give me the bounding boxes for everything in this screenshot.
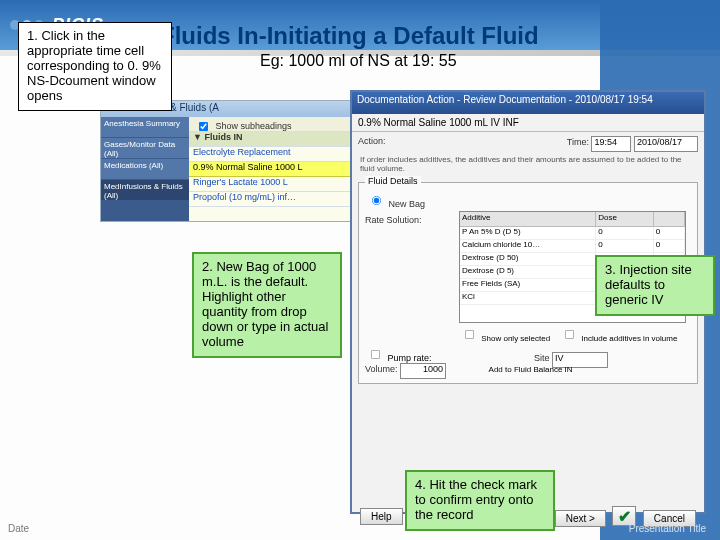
col-dose: Dose (596, 212, 654, 226)
list-item[interactable]: KCl (460, 292, 596, 304)
dialog-titlebar: Documentation Action - Review Documentat… (352, 92, 704, 114)
callout-2-text: 2. New Bag of 1000 m.L. is the default. … (202, 259, 328, 349)
site-label: Site (534, 353, 550, 363)
show-only-selected-checkbox[interactable]: Show only selected (459, 334, 550, 343)
list-item[interactable]: Dextrose (D 50) (460, 253, 596, 265)
list-item[interactable]: Dextrose (D 5) (460, 266, 596, 278)
shot1-chk-label: Show subheadings (216, 121, 292, 131)
list-item[interactable]: Calcium chloride 10… (460, 240, 596, 252)
action-label: Action: (358, 136, 386, 146)
dialog-header: 0.9% Normal Saline 1000 mL IV INF (352, 114, 704, 132)
time-label: Time: (567, 137, 589, 147)
shot1-section: Fluids IN (204, 132, 242, 142)
callout-step-1: 1. Click in the appropriate time cell co… (18, 22, 172, 111)
next-button[interactable]: Next > (555, 510, 606, 527)
shot1-row: Electrolyte Replacement (189, 147, 351, 162)
callout-1-text: 1. Click in the appropriate time cell co… (27, 28, 161, 103)
add-fluid-balance-link[interactable]: Add to Fluid Balance IN (489, 365, 573, 374)
side-item: Gases/Monitor Data (All) (101, 138, 189, 158)
footer-title: Presentation Title (629, 523, 706, 534)
date-field[interactable]: 2010/08/17 (634, 136, 698, 152)
time-field[interactable]: 19:54 (591, 136, 631, 152)
callout-4-text: 4. Hit the check mark to confirm entry o… (415, 477, 537, 522)
slide-title: Fluids In-Initiating a Default Fluid (160, 22, 539, 50)
callout-3-text: 3. Injection site defaults to generic IV (605, 262, 692, 307)
side-item: Medications (All) (101, 159, 189, 179)
slide-subtitle: Eg: 1000 ml of NS at 19: 55 (260, 52, 457, 70)
screenshot-fluids-grid: Med Infusions & Fluids (A Anesthesia Sum… (100, 100, 352, 222)
pump-label: Pump rate: (388, 353, 432, 363)
footer-date: Date (8, 523, 29, 534)
callout-step-2: 2. New Bag of 1000 m.L. is the default. … (192, 252, 342, 358)
chk-addinc-label: Include additives in volume (581, 334, 677, 343)
col-additive: Additive (460, 212, 596, 226)
pump-rate-checkbox[interactable]: Pump rate: (365, 353, 432, 363)
callout-step-4: 4. Hit the check mark to confirm entry o… (405, 470, 555, 531)
list-item[interactable]: Free Fields (SA) (460, 279, 596, 291)
help-button[interactable]: Help (360, 508, 403, 525)
shot1-row: Propofol (10 mg/mL) inf… (189, 192, 351, 207)
chk-addsel-label: Show only selected (481, 334, 550, 343)
volume-label: Volume: (365, 364, 398, 374)
side-item: MedInfusions & Fluids (All) (101, 180, 189, 200)
callout-step-3: 3. Injection site defaults to generic IV (595, 255, 715, 316)
show-subheadings-checkbox[interactable] (199, 122, 208, 131)
side-item: Anesthesia Summary (101, 117, 189, 137)
newbag-label: New Bag (389, 199, 426, 209)
volume-field[interactable]: 1000 (400, 363, 446, 379)
shot1-row-highlight[interactable]: 0.9% Normal Saline 1000 L (189, 162, 351, 177)
newbag-radio[interactable]: New Bag (365, 199, 425, 209)
list-item[interactable]: P An 5% D (D 5) (460, 227, 596, 239)
shot1-row: Ringer's Lactate 1000 L (189, 177, 351, 192)
panel-legend: Fluid Details (365, 176, 421, 186)
include-additives-checkbox[interactable]: Include additives in volume (559, 334, 677, 343)
